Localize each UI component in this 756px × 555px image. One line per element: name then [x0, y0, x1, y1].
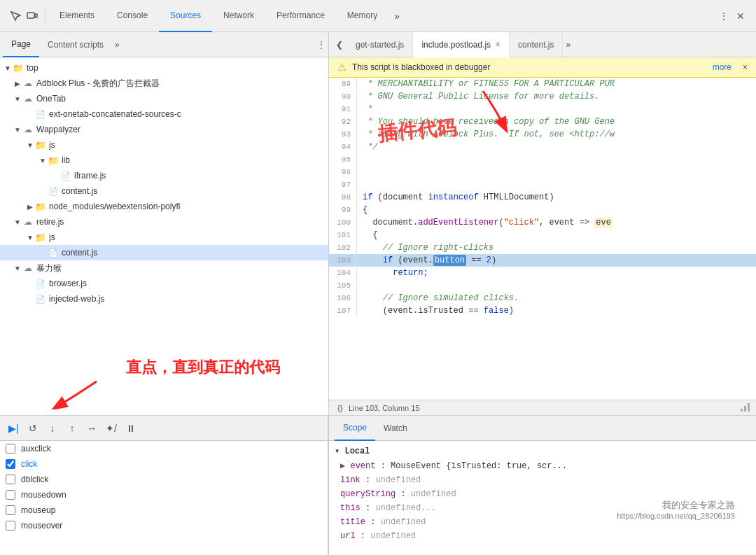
line-num-94[interactable]: 94	[329, 141, 357, 153]
checkbox-auxclick[interactable]	[6, 444, 15, 454]
sources-dots-button[interactable]: ⋮	[317, 40, 326, 50]
expand-arrow-node-modules[interactable]: ▶	[25, 203, 35, 211]
line-num-91[interactable]: 91	[329, 103, 357, 115]
tree-item-node-modules[interactable]: ▶ 📁 node_modules/webextension-polyfi	[0, 199, 328, 214]
tree-item-retire[interactable]: ▼ ☁ retire.js	[0, 214, 328, 230]
expand-arrow-retire[interactable]: ▼	[13, 218, 22, 226]
expand-arrow-adblock[interactable]: ▶	[13, 80, 22, 87]
tree-item-content-js-w[interactable]: ▶ 📄 content.js	[0, 183, 328, 199]
inspect-icon[interactable]	[8, 9, 22, 23]
event-item-auxclick[interactable]: auxclick	[0, 441, 328, 456]
tab-watch[interactable]: Watch	[375, 416, 416, 441]
scope-undef-url: undefined	[370, 531, 416, 541]
blackbox-close-button[interactable]: ×	[743, 62, 748, 72]
tree-item-wappalyzer[interactable]: ▼ ☁ Wappalyzer	[0, 122, 328, 137]
expand-arrow-vm[interactable]: ▼	[13, 265, 22, 272]
tab-page[interactable]: Page	[3, 32, 39, 57]
tab-sources[interactable]: Sources	[159, 0, 212, 32]
coverage-icon[interactable]	[739, 402, 750, 414]
checkbox-click[interactable]	[6, 459, 15, 469]
checkbox-mouseover[interactable]	[6, 521, 15, 531]
device-icon[interactable]	[25, 9, 39, 23]
checkbox-mousedown[interactable]	[6, 490, 15, 500]
line-num-95[interactable]: 95	[329, 153, 357, 166]
line-num-100[interactable]: 100	[329, 216, 357, 229]
tree-item-adblock[interactable]: ▶ ☁ Adblock Plus - 免费的广告拦截器	[0, 76, 328, 91]
pretty-print-icon[interactable]: {}	[335, 402, 346, 414]
expand-arrow-wappalyzer-js[interactable]: ▼	[25, 141, 35, 149]
scope-event[interactable]: ▶ event : MouseEvent {isTrusted: true, s…	[329, 458, 756, 473]
line-num-103[interactable]: 103	[329, 254, 357, 267]
code-tab-include-postload[interactable]: include.postload.js ✕	[413, 32, 510, 57]
line-num-96[interactable]: 96	[329, 166, 357, 178]
code-tabs-more[interactable]: »	[566, 40, 570, 50]
sources-more-button[interactable]: »	[115, 40, 120, 50]
code-tab-content[interactable]: content.js	[510, 32, 563, 57]
code-tab-close-include-postload[interactable]: ✕	[495, 41, 500, 48]
tab-content-scripts[interactable]: Content scripts	[39, 32, 112, 57]
code-tab-label-content: content.js	[518, 40, 554, 50]
line-num-106[interactable]: 106	[329, 292, 357, 304]
scope-url: url : undefined	[329, 529, 756, 543]
cloud-icon-wappalyzer: ☁	[22, 124, 34, 135]
tree-item-wappalyzer-js[interactable]: ▼ 📁 js	[0, 137, 328, 153]
expand-arrow-retire-js[interactable]: ▼	[25, 234, 35, 241]
tree-item-injected-web-js[interactable]: ▶ 📄 injected-web.js	[0, 291, 328, 307]
code-content-103: if (event.button == 2)	[363, 254, 496, 267]
tree-item-onetab-file[interactable]: ▶ 📄 ext-onetab-concatenated-sources-c	[0, 106, 328, 122]
resume-button[interactable]: ▶|	[6, 421, 21, 436]
line-num-105[interactable]: 105	[329, 279, 357, 292]
event-item-mousedown[interactable]: mousedown	[0, 487, 328, 503]
tab-performance[interactable]: Performance	[265, 0, 336, 32]
line-num-101[interactable]: 101	[329, 229, 357, 241]
tree-item-lib[interactable]: ▼ 📁 lib	[0, 153, 328, 168]
code-content-96	[363, 166, 368, 178]
tab-scope[interactable]: Scope	[335, 416, 375, 441]
blackbox-button[interactable]: ✦/	[104, 421, 119, 436]
event-item-click[interactable]: click	[0, 456, 328, 472]
event-item-mouseup[interactable]: mouseup	[0, 503, 328, 518]
line-num-97[interactable]: 97	[329, 178, 357, 191]
line-num-92[interactable]: 92	[329, 115, 357, 128]
step-over-button[interactable]: ↺	[25, 421, 41, 436]
code-tab-back[interactable]: ❮	[332, 40, 347, 50]
step-into-button[interactable]: ↓	[45, 421, 60, 436]
tab-memory[interactable]: Memory	[336, 0, 388, 32]
expand-arrow-top[interactable]: ▼	[3, 64, 13, 72]
line-num-99[interactable]: 99	[329, 204, 357, 216]
tree-item-iframe-js[interactable]: ▶ 📄 iframe.js	[0, 168, 328, 183]
code-tab-get-started[interactable]: get-started.js	[347, 32, 413, 57]
settings-icon[interactable]: ⋮	[717, 9, 731, 23]
expand-arrow-wappalyzer[interactable]: ▼	[13, 126, 22, 134]
tree-item-top[interactable]: ▼ 📁 top	[0, 60, 328, 76]
expand-arrow-onetab[interactable]: ▼	[13, 95, 22, 103]
tree-item-retire-js[interactable]: ▼ 📁 js	[0, 230, 328, 245]
line-num-90[interactable]: 90	[329, 90, 357, 103]
tree-item-violent-monkey[interactable]: ▼ ☁ 暴力猴	[0, 260, 328, 276]
line-num-107[interactable]: 107	[329, 304, 357, 317]
pause-button[interactable]: ⏸	[123, 421, 139, 436]
code-line-100: 100 document.addEventListener("click", e…	[329, 216, 756, 229]
close-icon[interactable]: ✕	[734, 9, 748, 23]
expand-arrow-lib[interactable]: ▼	[38, 157, 48, 164]
tree-item-content-js-r[interactable]: ▶ 📄 content.js	[0, 245, 328, 260]
tree-item-browser-js[interactable]: ▶ 📄 browser.js	[0, 276, 328, 291]
blackbox-more-link[interactable]: more	[713, 62, 732, 72]
step-out-button[interactable]: ↑	[64, 421, 80, 436]
tree-item-onetab[interactable]: ▼ ☁ OneTab	[0, 91, 328, 106]
code-content-98: if (document instanceof HTMLLDocument)	[363, 191, 554, 204]
line-num-89[interactable]: 89	[329, 78, 357, 90]
line-num-104[interactable]: 104	[329, 267, 357, 279]
line-num-102[interactable]: 102	[329, 241, 357, 254]
tab-console[interactable]: Console	[106, 0, 159, 32]
tab-network[interactable]: Network	[212, 0, 265, 32]
step-button[interactable]: ↔	[84, 421, 99, 436]
more-tabs-button[interactable]: »	[388, 10, 405, 22]
tab-elements[interactable]: Elements	[48, 0, 106, 32]
event-item-dblclick[interactable]: dblclick	[0, 472, 328, 487]
checkbox-mouseup[interactable]	[6, 505, 15, 515]
line-num-93[interactable]: 93	[329, 128, 357, 141]
line-num-98[interactable]: 98	[329, 191, 357, 204]
checkbox-dblclick[interactable]	[6, 475, 15, 484]
event-item-mouseover[interactable]: mouseover	[0, 518, 328, 533]
